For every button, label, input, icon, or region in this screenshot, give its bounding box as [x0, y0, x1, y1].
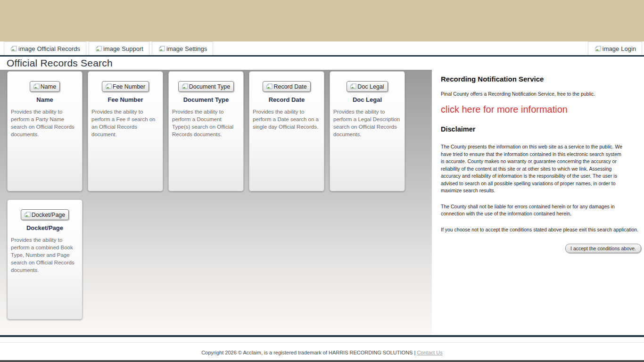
menu-item-label: Login [621, 45, 636, 52]
broken-image-icon [24, 211, 32, 218]
footer: Copyright 2026 © Acclaim, is a registere… [0, 337, 644, 360]
menu-item-label: Official Records [37, 45, 80, 52]
header-band [0, 0, 644, 41]
record-date-search-button[interactable]: Record Date [263, 81, 310, 92]
card-title: Docket/Page [8, 224, 82, 231]
menu-item-label: Settings [185, 45, 207, 52]
search-card-record-date: Record Date Record Date Provides the abi… [249, 71, 324, 191]
search-card-docket-page: Docket/Page Docket/Page Provides the abi… [7, 199, 83, 320]
rns-text: Pinal County offers a Recording Notifica… [441, 91, 644, 97]
broken-image-icon [349, 83, 357, 90]
image-alt-text: image [103, 45, 120, 52]
card-button-label: Fee Number [113, 83, 145, 90]
card-description: Provides the ability to perform a Docume… [169, 108, 243, 138]
broken-image-icon [158, 45, 166, 52]
info-side-panel: Recording Notification Service Pinal Cou… [432, 70, 644, 335]
disclaimer-heading: Disclaimer [441, 125, 644, 133]
doc-legal-search-button[interactable]: Doc Legal [347, 81, 388, 92]
card-title: Name [8, 96, 82, 103]
disclaimer-paragraph: If you choose not to accept the conditio… [441, 226, 644, 234]
footer-copyright-row: Copyright 2026 © Acclaim, is a registere… [0, 342, 644, 355]
broken-image-icon [33, 83, 41, 90]
title-bar: Official Records Search [0, 57, 644, 70]
card-title: Record Date [249, 96, 324, 103]
disclaimer-paragraph: The County presents the information on t… [441, 143, 626, 195]
broken-image-icon [10, 45, 18, 52]
menu-spacer [213, 41, 587, 55]
search-card-document-type: Document Type Document Type Provides the… [168, 71, 244, 191]
search-card-doc-legal: Doc Legal Doc Legal Provides the ability… [330, 71, 405, 191]
card-description: Provides the ability to perform a Date s… [249, 108, 324, 131]
rns-heading: Recording Notification Service [441, 75, 644, 83]
card-button-label: Docket/Page [32, 212, 66, 218]
accept-conditions-button[interactable]: I accept the conditions above. [565, 244, 641, 253]
official-records-page: image Official Records image Support ima… [0, 0, 644, 362]
card-button-label: Doc Legal [357, 83, 384, 90]
more-information-link[interactable]: click here for more information [441, 104, 568, 115]
docket-page-search-button[interactable]: Docket/Page [21, 209, 69, 220]
broken-image-icon [594, 45, 602, 52]
card-description: Provides the ability to perform a combin… [8, 236, 82, 274]
card-button-label: Document Type [189, 83, 230, 90]
menu-item-label: Support [122, 45, 143, 52]
menu-item-login[interactable]: image Login [588, 41, 642, 55]
copyright-text: Copyright 2026 © Acclaim, is a registere… [201, 350, 415, 355]
menu-item-settings[interactable]: image Settings [152, 41, 213, 55]
image-alt-text: image [166, 45, 183, 52]
search-card-name: Name Name Provides the ability to perfor… [7, 71, 83, 191]
image-alt-text: image [603, 45, 619, 52]
card-description: Provides the ability to perform a Legal … [330, 108, 405, 138]
search-card-fee-number: Fee Number Fee Number Provides the abili… [88, 71, 163, 191]
broken-image-icon [181, 83, 189, 90]
name-search-button[interactable]: Name [30, 81, 60, 92]
card-title: Doc Legal [330, 96, 405, 103]
search-cards-area: Name Name Provides the ability to perfor… [0, 70, 432, 335]
broken-image-icon [95, 45, 103, 52]
main-menu-bar: image Official Records image Support ima… [0, 41, 644, 57]
menu-item-official-records[interactable]: image Official Records [4, 41, 86, 55]
card-button-label: Name [41, 83, 56, 90]
card-title: Fee Number [88, 96, 163, 103]
accept-button-row: I accept the conditions above. [441, 244, 641, 253]
contact-us-link[interactable]: Contact Us [417, 350, 442, 355]
image-alt-text: image [18, 45, 35, 52]
menu-item-support[interactable]: image Support [89, 41, 149, 55]
fee-number-search-button[interactable]: Fee Number [102, 81, 149, 92]
broken-image-icon [105, 83, 113, 90]
card-description: Provides the ability to perform a Fee # … [88, 108, 163, 138]
content-area: Name Name Provides the ability to perfor… [0, 70, 644, 335]
card-description: Provides the ability to perform a Party … [8, 108, 82, 138]
broken-image-icon [265, 83, 273, 90]
document-type-search-button[interactable]: Document Type [178, 81, 234, 92]
page-title: Official Records Search [7, 58, 113, 69]
card-title: Document Type [169, 96, 243, 103]
card-button-label: Record Date [273, 83, 306, 90]
disclaimer-paragraph: The County shall not be liable for error… [441, 203, 626, 218]
bottom-edge-bar [0, 360, 644, 362]
